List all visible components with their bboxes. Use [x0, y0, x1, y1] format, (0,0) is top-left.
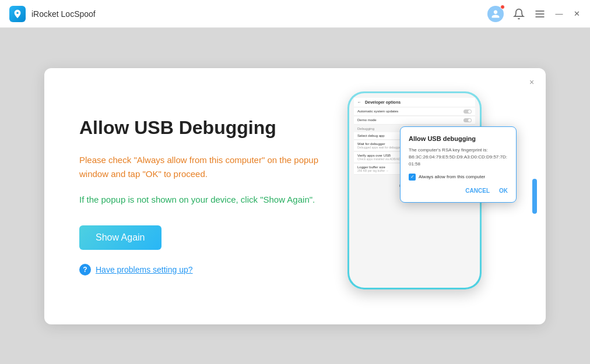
dialog-title: Allow USB Debugging: [79, 116, 324, 139]
help-icon: ?: [79, 264, 91, 275]
debug-label-1: Select debug app: [357, 134, 385, 137]
titlebar-actions: — ✕: [487, 6, 581, 22]
main-content: × Allow USB Debugging Please check "Alwa…: [0, 28, 590, 364]
demo-mode-toggle: [463, 118, 472, 122]
usb-debug-popup: Allow USB debugging The computer's RSA k…: [400, 126, 517, 203]
auto-update-label: Automatic system updates: [357, 109, 398, 113]
user-avatar[interactable]: [487, 6, 504, 22]
dev-options-title: Developer options: [365, 100, 401, 104]
close-button[interactable]: ✕: [573, 10, 581, 18]
always-allow-checkbox[interactable]: ✓: [409, 174, 416, 181]
minimize-button[interactable]: —: [555, 10, 563, 18]
help-link-text[interactable]: Have problems setting up?: [96, 265, 193, 274]
dev-option-row-auto-update: Automatic system updates: [354, 108, 475, 116]
auto-update-toggle: [463, 109, 472, 114]
app-logo: [9, 6, 26, 22]
demo-mode-label: Demo mode: [357, 118, 377, 122]
help-link[interactable]: ? Have problems setting up?: [79, 264, 324, 275]
back-arrow-icon: ←: [357, 100, 361, 104]
menu-icon[interactable]: [534, 8, 546, 20]
dialog-card: × Allow USB Debugging Please check "Alwa…: [44, 68, 546, 324]
titlebar: iRocket LocSpoof — ✕: [0, 0, 590, 28]
usb-popup-text: The computer's RSA key fingerprint is:B6…: [409, 147, 508, 168]
popup-buttons: CANCEL OK: [409, 188, 508, 194]
logger-value: 256 KB per log buffer →: [357, 169, 389, 172]
usb-popup-title: Allow USB debugging: [409, 135, 508, 142]
app-title: iRocket LocSpoof: [31, 9, 487, 19]
scroll-indicator: [532, 179, 537, 214]
notification-dot: [500, 5, 505, 9]
always-allow-label: Always allow from this computer: [419, 174, 485, 179]
logger-label: Logger buffer size: [357, 165, 389, 169]
dialog-hint: If the popup is not shown on your device…: [79, 193, 324, 207]
bell-icon[interactable]: [513, 8, 525, 20]
cancel-button[interactable]: CANCEL: [465, 188, 490, 194]
dialog-close-button[interactable]: ×: [526, 76, 538, 88]
checkbox-row: ✓ Always allow from this computer: [409, 174, 508, 181]
left-content: Allow USB Debugging Please check "Always…: [79, 116, 342, 275]
dev-options-header: ← Developer options: [354, 98, 475, 107]
ok-button[interactable]: OK: [499, 188, 508, 194]
show-again-button[interactable]: Show Again: [79, 225, 161, 250]
dev-option-row-demo: Demo mode: [354, 116, 475, 125]
phone-illustration: ← Developer options Automatic system upd…: [342, 91, 517, 301]
dialog-description: Please check "Always allow from this com…: [79, 153, 324, 181]
